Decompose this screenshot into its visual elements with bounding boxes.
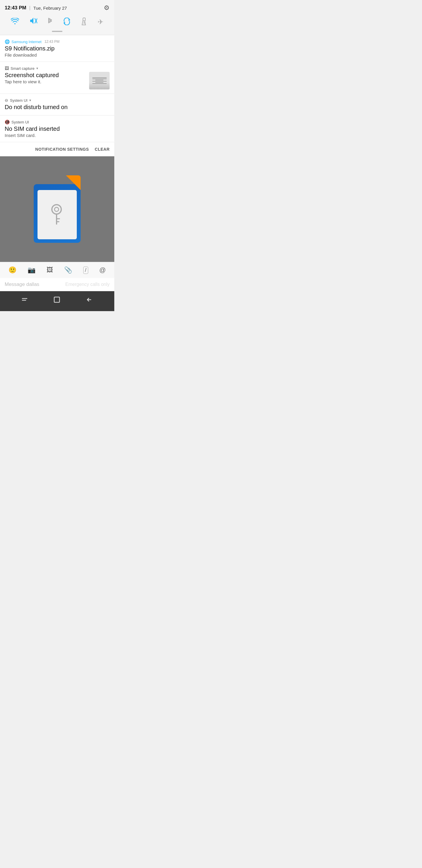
- samsung-internet-app-name: Samsung Internet: [11, 39, 42, 44]
- notifications-panel: 🌐 Samsung Internet 12:43 PM S9 Notificat…: [0, 35, 114, 156]
- notif-1-time: 12:43 PM: [44, 39, 60, 44]
- wifi-icon[interactable]: [11, 17, 19, 26]
- notification-samsung-internet[interactable]: 🌐 Samsung Internet 12:43 PM S9 Notificat…: [0, 35, 114, 62]
- notif-2-body: Tap here to view it.: [5, 79, 86, 84]
- at-icon[interactable]: @: [99, 266, 106, 274]
- flashlight-icon[interactable]: [81, 17, 87, 27]
- attach-icon[interactable]: 📎: [64, 266, 72, 274]
- status-divider: |: [29, 5, 30, 10]
- dnd-app-name: System UI: [10, 98, 28, 103]
- quick-settings-row: ✈: [0, 15, 114, 31]
- emoji-icon[interactable]: 🙂: [8, 266, 17, 274]
- slash-icon[interactable]: /: [83, 267, 88, 274]
- recent-apps-icon[interactable]: [21, 296, 28, 305]
- notif-4-body: Insert SIM card.: [5, 133, 109, 138]
- svg-rect-4: [83, 18, 85, 21]
- back-icon[interactable]: [86, 296, 93, 305]
- emergency-calls-text: Emergency calls only: [65, 282, 109, 287]
- bluetooth-icon[interactable]: [47, 17, 53, 27]
- smart-capture-icon: 🖼: [5, 66, 9, 71]
- status-date: Tue, February 27: [33, 6, 67, 10]
- notif-2-title: Screenshot captured: [5, 72, 86, 79]
- screenshot-thumbnail: [89, 72, 109, 89]
- notification-dnd[interactable]: ⊖ System UI ▾ Do not disturb turned on: [0, 94, 114, 115]
- dnd-icon: ⊖: [5, 98, 8, 103]
- notif-1-title: S9 Notifications.zip: [5, 45, 109, 52]
- notification-settings-button[interactable]: NOTIFICATION SETTINGS: [35, 147, 89, 152]
- svg-point-6: [52, 205, 61, 214]
- mute-icon[interactable]: [29, 17, 37, 27]
- sync-icon[interactable]: [63, 18, 71, 26]
- notification-no-sim[interactable]: 📵 System UI No SIM card inserted Insert …: [0, 115, 114, 142]
- zip-file-icon: [29, 175, 85, 243]
- notification-smart-capture[interactable]: 🖼 Smart capture ▾ Screenshot captured Ta…: [0, 62, 114, 94]
- handle-bar: [0, 31, 114, 35]
- smart-capture-app-name: Smart capture: [10, 66, 35, 71]
- sim-app-name: System UI: [11, 120, 29, 124]
- notif-3-title: Do not disturb turned on: [5, 104, 109, 111]
- svg-rect-13: [54, 297, 60, 302]
- settings-gear-icon[interactable]: ⚙: [104, 4, 109, 12]
- chevron-down-icon-2: ▾: [29, 98, 31, 102]
- status-time: 12:43 PM: [5, 5, 26, 11]
- background-dimmed: [0, 156, 114, 262]
- message-bar: Message dallas Emergency calls only: [0, 278, 114, 291]
- keyboard-toolbar: 🙂 📷 🖼 📎 / @: [0, 262, 114, 278]
- gallery-icon[interactable]: 🖼: [46, 266, 53, 274]
- clear-button[interactable]: CLEAR: [95, 147, 109, 152]
- chevron-down-icon: ▾: [36, 66, 38, 70]
- navigation-bar: [0, 291, 114, 311]
- camera-icon[interactable]: 📷: [28, 266, 35, 274]
- notification-actions: NOTIFICATION SETTINGS CLEAR: [0, 142, 114, 156]
- notif-4-title: No SIM card inserted: [5, 125, 109, 132]
- status-bar: 12:43 PM | Tue, February 27 ⚙: [0, 0, 114, 15]
- notif-1-body: File downloaded: [5, 53, 109, 58]
- samsung-internet-icon: 🌐: [5, 39, 10, 44]
- airplane-icon[interactable]: ✈: [98, 18, 103, 26]
- message-input[interactable]: Message dallas: [5, 281, 62, 287]
- home-icon[interactable]: [53, 296, 61, 305]
- sim-icon: 📵: [5, 120, 10, 124]
- svg-point-7: [55, 207, 59, 211]
